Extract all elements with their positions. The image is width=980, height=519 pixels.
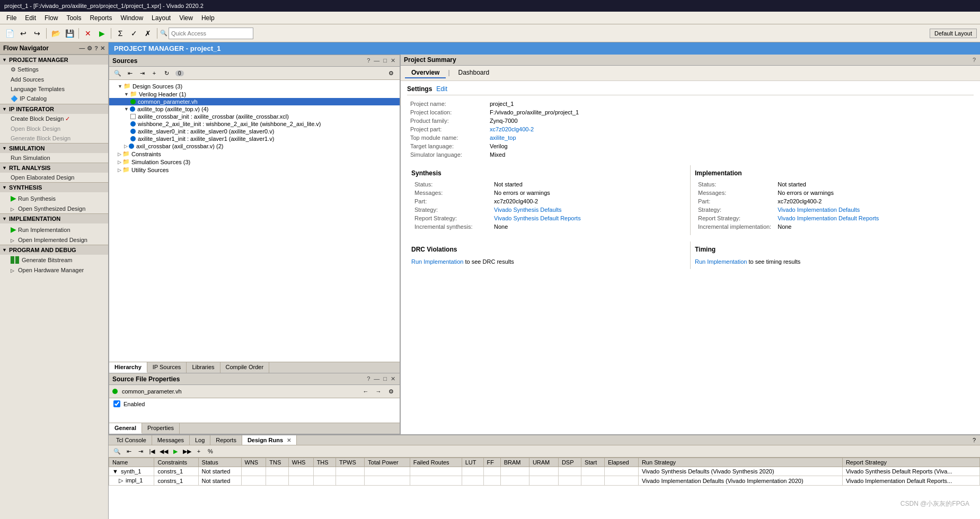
dr-expand-btn[interactable]: ⇥ <box>135 446 146 456</box>
ps-impl-strategy[interactable]: Vivado Implementation Defaults <box>778 207 860 213</box>
menu-tools[interactable]: Tools <box>62 13 85 23</box>
sfp-enabled-checkbox[interactable] <box>113 400 120 407</box>
quick-access-input[interactable] <box>169 28 253 39</box>
dr-prev-prev-btn[interactable]: ◀◀ <box>158 446 169 456</box>
save-btn[interactable]: 💾 <box>63 27 76 40</box>
tab-ip-sources[interactable]: IP Sources <box>147 362 187 373</box>
sfp-minimize-icon[interactable]: — <box>373 375 381 383</box>
run-btn[interactable]: ▶ <box>95 27 108 40</box>
nav-section-rtl[interactable]: ▼ RTL ANALYSIS <box>0 163 108 173</box>
ps-syn-report[interactable]: Vivado Synthesis Default Reports <box>494 215 581 221</box>
nav-section-synthesis[interactable]: ▼ SYNTHESIS <box>0 182 108 192</box>
sources-gear-btn[interactable]: ⚙ <box>386 68 396 78</box>
nav-run-synthesis[interactable]: ▶ Run Synthesis <box>0 192 108 204</box>
design-runs-close-icon[interactable]: ✕ <box>287 437 291 443</box>
tree-axilite-top[interactable]: ▼ axilite_top (axilite_top.v) (4) <box>109 105 400 113</box>
nav-run-simulation[interactable]: Run Simulation <box>0 153 108 163</box>
nav-section-prog[interactable]: ▼ PROGRAM AND DEBUG <box>0 245 108 255</box>
dr-run-btn[interactable]: ▶ <box>170 446 181 456</box>
ps-syn-strategy[interactable]: Vivado Synthesis Defaults <box>494 207 562 213</box>
undo-btn[interactable]: ↩ <box>17 27 30 40</box>
open-btn[interactable]: 📂 <box>49 27 62 40</box>
flow-nav-close-icon[interactable]: ✕ <box>100 45 105 52</box>
ps-tab-dashboard[interactable]: Dashboard <box>452 68 496 78</box>
nav-create-block-design[interactable]: Create Block Design ✓ <box>0 114 108 124</box>
tree-slaver0[interactable]: axilite_slaver0_init : axilite_slaver0 (… <box>109 128 400 135</box>
sources-add-btn[interactable]: + <box>149 68 160 78</box>
dr-search-btn[interactable]: 🔍 <box>112 446 122 456</box>
ps-question-icon[interactable]: ? <box>972 56 977 64</box>
sources-expand-btn[interactable]: ⇥ <box>137 68 147 78</box>
dr-next-next-btn[interactable]: ▶▶ <box>182 446 192 456</box>
sfp-help-icon[interactable]: ? <box>366 375 371 383</box>
ps-val-project-part[interactable]: xc7z020clg400-2 <box>490 126 534 132</box>
sources-collapse-btn[interactable]: ⇤ <box>125 68 135 78</box>
tab-properties[interactable]: Properties <box>142 423 180 434</box>
tree-common-param[interactable]: common_parameter.vh <box>109 98 400 105</box>
tree-utility-sources[interactable]: ▷ 📁 Utility Sources <box>109 166 400 174</box>
tree-slaver1[interactable]: axilite_slaver1_init : axilite_slaver1 (… <box>109 135 400 142</box>
check-btn[interactable]: ✓ <box>128 27 140 40</box>
tab-hierarchy[interactable]: Hierarchy <box>109 362 147 373</box>
nav-generate-bitstream[interactable]: ▊▊ Generate Bitstream <box>0 255 108 265</box>
menu-flow[interactable]: Flow <box>40 13 62 23</box>
default-layout-btn[interactable]: Default Layout <box>930 29 977 38</box>
tab-reports[interactable]: Reports <box>210 435 242 445</box>
menu-window[interactable]: Window <box>116 13 147 23</box>
dr-row-impl1[interactable]: ▷ impl_1 constrs_1 Not started <box>109 476 980 486</box>
sources-minimize-icon[interactable]: — <box>373 57 381 65</box>
menu-layout[interactable]: Layout <box>147 13 175 23</box>
nav-language-templates[interactable]: Language Templates <box>0 84 108 94</box>
flow-nav-help-icon[interactable]: ? <box>94 45 98 52</box>
nav-run-implementation[interactable]: ▶ Run Implementation <box>0 223 108 235</box>
nav-open-synthesized-design[interactable]: ▷ Open Synthesized Design <box>0 204 108 213</box>
sfp-maximize-icon[interactable]: □ <box>382 375 388 383</box>
ps-drc-run-link[interactable]: Run Implementation <box>411 258 463 265</box>
ps-impl-report[interactable]: Vivado Implementation Default Reports <box>778 215 879 221</box>
sigma-btn[interactable]: Σ <box>114 27 127 40</box>
sfp-forward-btn[interactable]: → <box>373 387 384 396</box>
ps-timing-run-link[interactable]: Run Implementation <box>695 258 747 265</box>
ps-edit-link[interactable]: Edit <box>436 85 447 93</box>
dr-collapse-btn[interactable]: ⇤ <box>123 446 134 456</box>
dr-first-btn[interactable]: |◀ <box>147 446 157 456</box>
menu-edit[interactable]: Edit <box>21 13 40 23</box>
tab-log[interactable]: Log <box>190 435 210 445</box>
sfp-close-icon[interactable]: ✕ <box>390 375 396 383</box>
nav-ip-catalog[interactable]: 🔷 IP Catalog <box>0 94 108 104</box>
sources-search-btn[interactable]: 🔍 <box>112 68 123 78</box>
flow-nav-settings-icon[interactable]: ⚙ <box>87 45 92 52</box>
menu-help[interactable]: Help <box>197 13 219 23</box>
menu-reports[interactable]: Reports <box>85 13 116 23</box>
lower-panel-question-icon[interactable]: ? <box>970 435 978 445</box>
sfp-gear-btn[interactable]: ⚙ <box>386 387 396 396</box>
redo-btn[interactable]: ↪ <box>31 27 43 40</box>
sources-refresh-btn[interactable]: ↻ <box>161 68 172 78</box>
ps-tab-overview[interactable]: Overview <box>405 68 446 78</box>
tree-axil-crossbar[interactable]: ▷ axil_crossbar (axil_crossbar.v) (2) <box>109 142 400 150</box>
menu-view[interactable]: View <box>175 13 197 23</box>
tab-messages[interactable]: Messages <box>152 435 190 445</box>
tab-tcl-console[interactable]: Tcl Console <box>111 435 152 445</box>
ps-val-top-module[interactable]: axilite_top <box>490 135 516 141</box>
nav-settings[interactable]: ⚙ Settings <box>0 65 108 75</box>
dr-row-synth1[interactable]: ▼ synth_1 constrs_1 Not started <box>109 467 980 476</box>
nav-open-elaborated-design[interactable]: Open Elaborated Design <box>0 173 108 182</box>
sfp-back-btn[interactable]: ← <box>360 387 371 396</box>
tab-libraries[interactable]: Libraries <box>187 362 220 373</box>
tree-verilog-header[interactable]: ▼ 📁 Verilog Header (1) <box>109 90 400 98</box>
nav-open-hardware-manager[interactable]: ▷ Open Hardware Manager <box>0 265 108 275</box>
cross-btn[interactable]: ✗ <box>142 27 154 40</box>
tree-axilite-crossbar[interactable]: axilite_crossbar_init : axilite_crossbar… <box>109 113 400 120</box>
delete-btn[interactable]: ✕ <box>82 27 94 40</box>
nav-section-ip-integrator[interactable]: ▼ IP INTEGRATOR <box>0 104 108 114</box>
dr-add-btn[interactable]: + <box>193 446 204 456</box>
tab-general[interactable]: General <box>109 423 142 434</box>
nav-add-sources[interactable]: Add Sources <box>0 75 108 84</box>
flow-nav-minimize-icon[interactable]: — <box>79 45 85 52</box>
sources-help-icon[interactable]: ? <box>366 57 371 65</box>
sources-close-icon[interactable]: ✕ <box>390 57 396 65</box>
tree-constraints[interactable]: ▷ 📁 Constraints <box>109 150 400 158</box>
dr-percent-btn[interactable]: % <box>205 446 216 456</box>
sources-maximize-icon[interactable]: □ <box>382 57 388 65</box>
